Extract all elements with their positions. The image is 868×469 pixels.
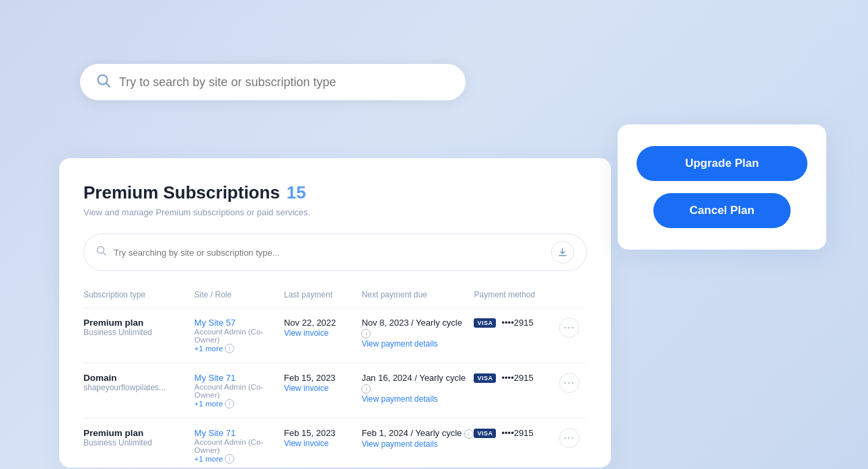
row-action-button[interactable]: ··· (559, 373, 579, 393)
next-payment-info-icon[interactable]: i (361, 384, 371, 394)
table-row: Premium plan Business Unlimited My Site … (83, 419, 587, 468)
table-row: Domain shapeyourflowpilates... My Site 7… (83, 363, 587, 419)
search-input[interactable] (119, 75, 449, 89)
subscription-count: 15 (287, 182, 306, 203)
last-payment-cell: Feb 15, 2023 View invoice (284, 363, 361, 419)
more-link[interactable]: +1 more i (194, 399, 284, 408)
site-role-cell: My Site 57 Account Admin (Co-Owner) +1 m… (194, 308, 284, 363)
next-payment-date: Jan 16, 2024 / Yearly cycle i (361, 373, 474, 394)
site-link[interactable]: My Site 71 (194, 373, 236, 383)
more-link[interactable]: +1 more i (194, 454, 284, 464)
download-button[interactable] (551, 241, 574, 264)
next-payment-cell: Feb 1, 2024 / Yearly cycle i View paymen… (361, 419, 474, 468)
last-payment-date: Feb 15, 2023 (284, 373, 361, 383)
sub-type-detail: Business Unlimited (83, 438, 194, 447)
subscription-type-cell: Premium plan Business Unlimited (83, 419, 194, 468)
view-payment-link[interactable]: View payment details (361, 394, 437, 404)
upgrade-plan-button[interactable]: Upgrade Plan (637, 146, 807, 181)
visa-badge: VISA (474, 318, 496, 328)
cancel-plan-button[interactable]: Cancel Plan (653, 193, 790, 228)
svg-rect-4 (558, 255, 567, 256)
site-role: Account Admin (Co-Owner) (194, 328, 284, 344)
row-action-button[interactable]: ··· (559, 428, 579, 448)
col-header-site: Site / Role (194, 285, 284, 308)
visa-badge: VISA (474, 373, 496, 383)
col-header-action (559, 285, 587, 308)
sub-type-detail: shapeyourflowpilates... (83, 383, 194, 392)
card-subtitle: View and manage Premium subscriptions or… (83, 207, 587, 217)
col-header-last: Last payment (284, 285, 361, 308)
view-invoice-link[interactable]: View invoice (284, 328, 328, 338)
sub-type-detail: Business Unlimited (83, 328, 194, 337)
next-payment-cell: Nov 8, 2023 / Yearly cycle i View paymen… (361, 308, 474, 363)
search-bar-container (80, 64, 466, 100)
col-header-method: Payment method (474, 285, 558, 308)
main-card: Premium Subscriptions 15 View and manage… (59, 158, 611, 468)
next-payment-date: Nov 8, 2023 / Yearly cycle i (361, 318, 474, 338)
site-role: Account Admin (Co-Owner) (194, 383, 284, 399)
info-icon[interactable]: i (225, 344, 234, 353)
inner-search-input[interactable] (114, 248, 544, 258)
svg-line-1 (106, 83, 110, 87)
site-role: Account Admin (Co-Owner) (194, 438, 284, 454)
card-number: ••••2915 (501, 373, 533, 383)
view-payment-link[interactable]: View payment details (361, 339, 437, 349)
sub-type-name: Premium plan (83, 318, 194, 328)
next-payment-date: Feb 1, 2024 / Yearly cycle i (361, 428, 474, 439)
last-payment-cell: Feb 15, 2023 View invoice (284, 419, 361, 468)
subscription-type-cell: Premium plan Business Unlimited (83, 308, 194, 363)
search-bar (80, 64, 466, 100)
payment-method-cell: VISA ••••2915 (474, 308, 558, 363)
subscriptions-table: Subscription type Site / Role Last payme… (83, 285, 587, 468)
last-payment-date: Nov 22, 2022 (284, 318, 361, 328)
view-invoice-link[interactable]: View invoice (284, 384, 328, 393)
subscription-type-cell: Domain shapeyourflowpilates... (83, 363, 194, 419)
visa-badge: VISA (474, 429, 496, 438)
next-payment-info-icon[interactable]: i (464, 429, 474, 439)
table-row: Premium plan Business Unlimited My Site … (83, 308, 587, 363)
col-header-next: Next payment due (361, 285, 474, 308)
action-cell: ··· (559, 363, 587, 419)
search-icon (96, 73, 111, 91)
card-title-text: Premium Subscriptions (83, 182, 280, 203)
site-link[interactable]: My Site 71 (194, 428, 236, 438)
view-payment-link[interactable]: View payment details (361, 439, 437, 449)
card-header: Premium Subscriptions 15 View and manage… (83, 182, 587, 217)
view-invoice-link[interactable]: View invoice (284, 439, 328, 448)
info-icon[interactable]: i (225, 454, 234, 464)
site-link[interactable]: My Site 57 (194, 318, 236, 328)
card-number: ••••2915 (501, 428, 533, 438)
sub-type-name: Premium plan (83, 428, 194, 438)
next-payment-cell: Jan 16, 2024 / Yearly cycle i View payme… (361, 363, 474, 419)
inner-search-icon (96, 246, 107, 259)
payment-method-cell: VISA ••••2915 (474, 363, 558, 419)
row-action-button[interactable]: ··· (559, 318, 579, 338)
payment-method-cell: VISA ••••2915 (474, 419, 558, 468)
last-payment-cell: Nov 22, 2022 View invoice (284, 308, 361, 363)
svg-line-3 (103, 252, 106, 255)
site-role-cell: My Site 71 Account Admin (Co-Owner) +1 m… (194, 363, 284, 419)
inner-search-row (83, 233, 587, 271)
card-number: ••••2915 (501, 318, 533, 328)
info-icon[interactable]: i (225, 399, 234, 408)
action-cell: ··· (559, 419, 587, 468)
action-panel: Upgrade Plan Cancel Plan (618, 124, 826, 250)
more-link[interactable]: +1 more i (194, 344, 284, 353)
card-title: Premium Subscriptions 15 (83, 182, 587, 203)
next-payment-info-icon[interactable]: i (361, 329, 371, 338)
sub-type-name: Domain (83, 373, 194, 383)
last-payment-date: Feb 15, 2023 (284, 428, 361, 438)
col-header-sub: Subscription type (83, 285, 194, 308)
action-cell: ··· (559, 308, 587, 363)
site-role-cell: My Site 71 Account Admin (Co-Owner) +1 m… (194, 419, 284, 468)
